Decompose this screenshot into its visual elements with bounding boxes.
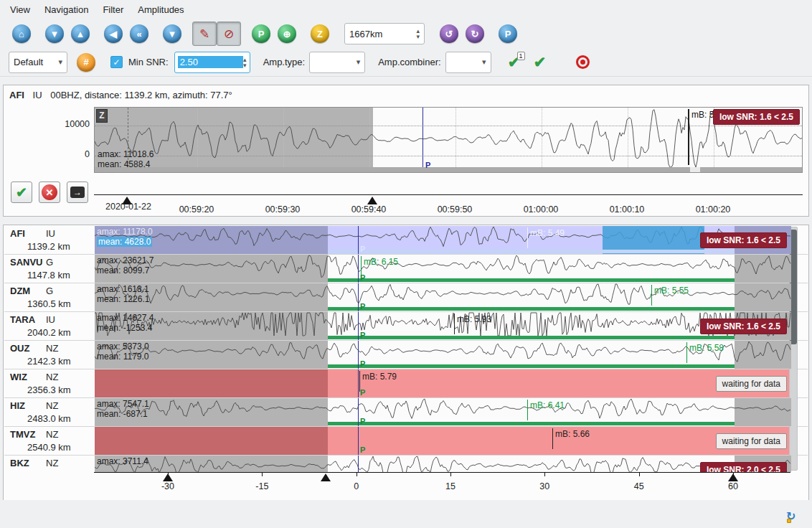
profile-combobox[interactable]: Default ▾ — [9, 52, 67, 73]
time-window-marker[interactable] — [728, 473, 738, 481]
station-label[interactable]: OUZNZ2142.3 km — [4, 341, 95, 369]
menu-amplitudes[interactable]: Amplitudes — [131, 1, 191, 19]
station-distance: 2142.3 km — [10, 356, 95, 367]
station-label[interactable]: WIZNZ2356.3 km — [4, 369, 95, 397]
station-trace[interactable]: PmB: 5.79waiting for data — [95, 369, 791, 397]
main-waveform-plot[interactable]: Z amax: 11018.6 mean: 4588.4 P mB: 5.4 l… — [94, 107, 803, 173]
p-pick-line[interactable] — [422, 108, 423, 167]
recompute-amplitude-button[interactable]: P — [248, 21, 274, 47]
reset-target-button[interactable] — [570, 50, 596, 75]
station-distance: 2356.3 km — [10, 385, 95, 395]
mb-measure-line[interactable] — [688, 109, 689, 165]
component-badge: Z — [96, 109, 108, 123]
station-trace[interactable]: amax: 5373.0mean: 1179.0PmB: 5.58 — [95, 341, 791, 369]
amp-type-combobox[interactable]: ▾ — [309, 52, 365, 73]
station-label[interactable]: BKZNZ — [4, 456, 95, 472]
station-distance: 2040.2 km — [10, 327, 95, 338]
step-back-button[interactable]: ◀ — [100, 21, 126, 47]
min-snr-checkbox[interactable]: ✓ — [110, 56, 123, 68]
station-trace[interactable]: amax: 14627.4mean: -1253.4PmB: 5.93low S… — [95, 312, 791, 340]
coverage-bar — [95, 167, 802, 172]
station-row-ouz[interactable]: OUZNZ2142.3 kmamax: 5373.0mean: 1179.0Pm… — [4, 341, 808, 369]
time-window-marker[interactable] — [163, 473, 173, 481]
amp-combiner-combobox[interactable]: ▾ — [445, 52, 491, 73]
trace-station: AFI — [9, 90, 24, 100]
expand-down-button[interactable]: ▼ — [159, 21, 185, 47]
scroll-down-button[interactable]: ▼ — [42, 21, 67, 47]
station-label[interactable]: DZMG1360.5 km — [4, 283, 95, 311]
p-pick-label: P — [360, 417, 365, 425]
axis-tick-label: -30 — [146, 481, 189, 491]
station-trace[interactable]: PmB: 5.66waiting for data — [95, 427, 791, 455]
station-label[interactable]: SANVUG1147.8 km — [4, 255, 95, 283]
redo-button[interactable]: ↻ — [462, 21, 488, 47]
confirm-button[interactable]: ✔ — [527, 50, 553, 75]
station-row-tara[interactable]: TARAIU2040.2 kmamax: 14627.4mean: -1253.… — [4, 312, 808, 341]
station-trace[interactable]: amax: 3711.4Plow SNR: 2.0 < 2.5 — [95, 456, 791, 472]
measure-tool-button[interactable]: ⊘ — [217, 22, 241, 46]
pick-p-button[interactable]: P — [495, 21, 521, 47]
station-code: SANVU — [10, 257, 46, 268]
waiting-badge: waiting for data — [716, 376, 787, 392]
commit-button[interactable]: → — [67, 182, 88, 203]
y-axis-max-label: 10000 — [48, 119, 90, 129]
menu-view[interactable]: View — [3, 1, 37, 19]
app-window: ViewNavigationFilterAmplitudes ⌂▼▲◀«▼✎⊘P… — [0, 0, 812, 528]
scroll-up-button[interactable]: ▲ — [67, 21, 93, 47]
apply-amplitudes-button[interactable]: ✔ 1 — [501, 50, 527, 75]
station-row-bkz[interactable]: BKZNZamax: 3711.4Plow SNR: 2.0 < 2.5 — [4, 456, 808, 472]
station-row-afi[interactable]: AFIIU1139.2 kmamax: 11178.0mean: 4628.0P… — [4, 226, 808, 255]
home-icon: ⌂ — [12, 24, 31, 43]
p-pick-label: P — [360, 388, 365, 397]
axis-tick-label: 45 — [618, 481, 661, 491]
station-trace[interactable]: amax: 23621.7mean: 8099.7PmB: 6.15 — [95, 255, 791, 283]
pick-tool-button[interactable]: ✎ — [192, 22, 217, 46]
pick-amplitude-button[interactable]: ⊕ — [274, 21, 300, 47]
p-pick-line — [358, 427, 359, 455]
station-label[interactable]: HIZNZ2483.0 km — [4, 398, 95, 426]
spinner-arrows-icon[interactable]: ▴▾ — [243, 57, 247, 68]
station-row-hiz[interactable]: HIZNZ2483.0 kmamax: 7547.1mean: -687.1Pm… — [4, 398, 808, 427]
scroll-up-icon: ▲ — [71, 24, 90, 43]
station-row-dzm[interactable]: DZMG1360.5 kmamax: 1618.1mean: 1226.1PmB… — [4, 283, 808, 312]
min-snr-spinbox[interactable]: 2.50 ▴▾ — [174, 52, 250, 73]
station-network: G — [46, 257, 53, 268]
station-row-wiz[interactable]: WIZNZ2356.3 kmPmB: 5.79waiting for data — [4, 369, 808, 398]
pick-p-icon: P — [499, 24, 517, 43]
chevron-down-icon: ▾ — [479, 57, 486, 67]
axis-tick-label: 15 — [429, 481, 472, 491]
station-trace[interactable]: amax: 11178.0mean: 4628.0PmB: 5.49low SN… — [95, 226, 791, 254]
station-label[interactable]: AFIIU1139.2 km — [4, 226, 95, 254]
station-label[interactable]: TMVZNZ2540.9 km — [4, 427, 95, 455]
amplitude-stats: amax: 1618.1mean: 1226.1 — [97, 284, 149, 304]
station-code: WIZ — [10, 372, 46, 382]
axis-tick — [262, 473, 263, 476]
relative-time-axis: -30-15015304560 — [4, 472, 808, 500]
mb-measure-line — [454, 314, 455, 334]
distance-combobox[interactable]: 1667km ▴▾ — [344, 23, 425, 44]
reject-button[interactable]: ✕ — [39, 182, 60, 203]
p-pick-line — [358, 341, 359, 369]
spinner-arrows-icon[interactable]: ▴▾ — [416, 28, 420, 39]
accept-button[interactable]: ✔ — [11, 182, 32, 203]
filter-number-button[interactable]: # — [73, 50, 99, 75]
amax-value: amax: 23621.7 — [97, 255, 154, 265]
time-window-marker[interactable] — [321, 473, 331, 481]
station-trace[interactable]: amax: 1618.1mean: 1226.1PmB: 5.55 — [95, 283, 791, 311]
noise-window-region — [95, 427, 328, 455]
station-row-sanvu[interactable]: SANVUG1147.8 kmamax: 23621.7mean: 8099.7… — [4, 255, 808, 283]
component-z-button[interactable]: Z — [307, 21, 333, 47]
date-label: 2020-01-22 — [105, 202, 151, 212]
waveform — [95, 312, 791, 336]
jump-first-button[interactable]: « — [126, 21, 152, 47]
station-trace[interactable]: amax: 7547.1mean: -687.1PmB: 6.41 — [95, 398, 791, 426]
undo-button[interactable]: ↺ — [436, 21, 462, 47]
time-window-marker[interactable] — [367, 197, 377, 204]
menu-filter[interactable]: Filter — [95, 1, 131, 19]
low-snr-badge: low SNR: 1.6 < 2.5 — [713, 109, 800, 125]
station-code: TMVZ — [10, 429, 46, 440]
station-row-tmvz[interactable]: TMVZNZ2540.9 kmPmB: 5.66waiting for data — [4, 427, 808, 456]
menu-navigation[interactable]: Navigation — [37, 1, 95, 19]
station-label[interactable]: TARAIU2040.2 km — [4, 312, 95, 340]
home-button[interactable]: ⌂ — [9, 21, 34, 47]
